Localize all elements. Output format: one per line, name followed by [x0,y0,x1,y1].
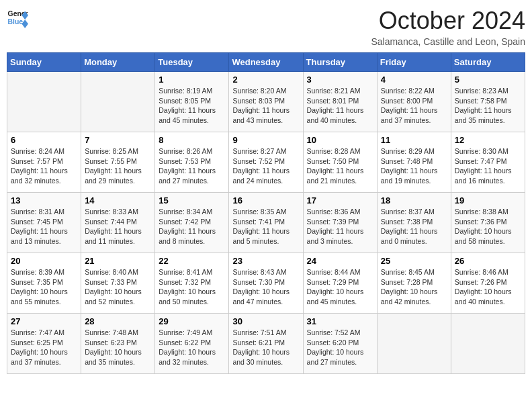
calendar-cell: 25Sunrise: 8:45 AMSunset: 7:28 PMDayligh… [377,253,451,314]
calendar-cell [81,72,155,132]
calendar-cell: 28Sunrise: 7:48 AMSunset: 6:23 PMDayligh… [81,314,155,374]
day-info: Sunrise: 8:36 AMSunset: 7:39 PMDaylight:… [307,207,373,246]
calendar-cell: 7Sunrise: 8:25 AMSunset: 7:55 PMDaylight… [81,132,155,193]
day-number: 7 [85,135,151,145]
day-info: Sunrise: 7:51 AMSunset: 6:21 PMDaylight:… [232,328,299,367]
weekday-header-monday: Monday [81,53,155,72]
day-info: Sunrise: 8:33 AMSunset: 7:44 PMDaylight:… [85,207,151,246]
calendar-week-1: 1Sunrise: 8:19 AMSunset: 8:05 PMDaylight… [7,72,525,132]
calendar-cell: 11Sunrise: 8:29 AMSunset: 7:48 PMDayligh… [377,132,451,193]
logo-icon: General Blue [7,7,28,28]
day-info: Sunrise: 8:38 AMSunset: 7:36 PMDaylight:… [455,207,521,246]
calendar-cell: 12Sunrise: 8:30 AMSunset: 7:47 PMDayligh… [451,132,525,193]
day-number: 15 [159,195,225,205]
calendar-cell: 14Sunrise: 8:33 AMSunset: 7:44 PMDayligh… [81,193,155,253]
day-number: 26 [455,256,521,266]
day-info: Sunrise: 8:40 AMSunset: 7:33 PMDaylight:… [85,267,151,307]
day-info: Sunrise: 7:47 AMSunset: 6:25 PMDaylight:… [11,328,77,367]
calendar-cell: 20Sunrise: 8:39 AMSunset: 7:35 PMDayligh… [7,253,81,314]
day-number: 2 [232,75,299,85]
day-number: 9 [232,135,299,145]
calendar-cell: 1Sunrise: 8:19 AMSunset: 8:05 PMDaylight… [155,72,229,132]
calendar-cell [377,314,451,374]
calendar-cell: 9Sunrise: 8:27 AMSunset: 7:52 PMDaylight… [229,132,303,193]
svg-text:Blue: Blue [8,18,24,26]
weekday-header-sunday: Sunday [7,53,81,72]
day-number: 17 [307,195,373,205]
day-number: 27 [11,316,77,326]
day-number: 11 [381,135,447,145]
calendar-cell: 5Sunrise: 8:23 AMSunset: 7:58 PMDaylight… [451,72,525,132]
day-number: 3 [307,75,373,85]
day-info: Sunrise: 8:26 AMSunset: 7:53 PMDaylight:… [159,146,225,186]
day-info: Sunrise: 8:19 AMSunset: 8:05 PMDaylight:… [159,86,225,126]
day-number: 25 [381,256,447,266]
calendar-cell: 10Sunrise: 8:28 AMSunset: 7:50 PMDayligh… [303,132,377,193]
weekday-header-saturday: Saturday [451,53,525,72]
calendar-cell: 22Sunrise: 8:41 AMSunset: 7:32 PMDayligh… [155,253,229,314]
day-number: 28 [85,316,151,326]
calendar-cell: 15Sunrise: 8:34 AMSunset: 7:42 PMDayligh… [155,193,229,253]
day-info: Sunrise: 8:28 AMSunset: 7:50 PMDaylight:… [307,146,373,186]
day-info: Sunrise: 8:22 AMSunset: 8:00 PMDaylight:… [381,86,447,126]
calendar-cell: 30Sunrise: 7:51 AMSunset: 6:21 PMDayligh… [229,314,303,374]
day-info: Sunrise: 8:25 AMSunset: 7:55 PMDaylight:… [85,146,151,186]
page-header: General Blue October 2024 Salamanca, Cas… [7,7,525,47]
calendar-cell: 2Sunrise: 8:20 AMSunset: 8:03 PMDaylight… [229,72,303,132]
day-number: 29 [159,316,225,326]
day-info: Sunrise: 8:30 AMSunset: 7:47 PMDaylight:… [455,146,521,186]
calendar-cell: 31Sunrise: 7:52 AMSunset: 6:20 PMDayligh… [303,314,377,374]
day-info: Sunrise: 8:24 AMSunset: 7:57 PMDaylight:… [11,146,77,186]
day-number: 21 [85,256,151,266]
day-number: 5 [455,75,521,85]
calendar-cell: 6Sunrise: 8:24 AMSunset: 7:57 PMDaylight… [7,132,81,193]
calendar-cell: 4Sunrise: 8:22 AMSunset: 8:00 PMDaylight… [377,72,451,132]
day-info: Sunrise: 8:45 AMSunset: 7:28 PMDaylight:… [381,267,447,307]
calendar-cell: 3Sunrise: 8:21 AMSunset: 8:01 PMDaylight… [303,72,377,132]
day-number: 4 [381,75,447,85]
day-number: 8 [159,135,225,145]
day-number: 23 [232,256,299,266]
calendar-week-2: 6Sunrise: 8:24 AMSunset: 7:57 PMDaylight… [7,132,525,193]
calendar-cell: 19Sunrise: 8:38 AMSunset: 7:36 PMDayligh… [451,193,525,253]
day-info: Sunrise: 8:29 AMSunset: 7:48 PMDaylight:… [381,146,447,186]
title-block: October 2024 Salamanca, Castille and Leo… [371,7,525,47]
day-number: 14 [85,195,151,205]
day-number: 19 [455,195,521,205]
day-info: Sunrise: 8:21 AMSunset: 8:01 PMDaylight:… [307,86,373,126]
day-number: 1 [159,75,225,85]
weekday-header-tuesday: Tuesday [155,53,229,72]
calendar-cell: 8Sunrise: 8:26 AMSunset: 7:53 PMDaylight… [155,132,229,193]
weekday-header-wednesday: Wednesday [229,53,303,72]
calendar-cell: 27Sunrise: 7:47 AMSunset: 6:25 PMDayligh… [7,314,81,374]
calendar-cell: 26Sunrise: 8:46 AMSunset: 7:26 PMDayligh… [451,253,525,314]
calendar-cell: 29Sunrise: 7:49 AMSunset: 6:22 PMDayligh… [155,314,229,374]
calendar-cell: 23Sunrise: 8:43 AMSunset: 7:30 PMDayligh… [229,253,303,314]
weekday-header-thursday: Thursday [303,53,377,72]
day-info: Sunrise: 7:49 AMSunset: 6:22 PMDaylight:… [159,328,225,367]
calendar-cell: 13Sunrise: 8:31 AMSunset: 7:45 PMDayligh… [7,193,81,253]
day-number: 13 [11,195,77,205]
day-info: Sunrise: 8:31 AMSunset: 7:45 PMDaylight:… [11,207,77,246]
calendar-week-3: 13Sunrise: 8:31 AMSunset: 7:45 PMDayligh… [7,193,525,253]
calendar-table: SundayMondayTuesdayWednesdayThursdayFrid… [7,52,525,374]
calendar-cell [451,314,525,374]
day-info: Sunrise: 8:44 AMSunset: 7:29 PMDaylight:… [307,267,373,307]
logo: General Blue [7,7,28,28]
day-number: 31 [307,316,373,326]
day-info: Sunrise: 8:27 AMSunset: 7:52 PMDaylight:… [232,146,299,186]
day-info: Sunrise: 8:37 AMSunset: 7:38 PMDaylight:… [381,207,447,246]
day-info: Sunrise: 8:20 AMSunset: 8:03 PMDaylight:… [232,86,299,126]
calendar-cell [7,72,81,132]
day-info: Sunrise: 8:39 AMSunset: 7:35 PMDaylight:… [11,267,77,307]
calendar-cell: 21Sunrise: 8:40 AMSunset: 7:33 PMDayligh… [81,253,155,314]
day-number: 20 [11,256,77,266]
day-number: 22 [159,256,225,266]
day-info: Sunrise: 8:23 AMSunset: 7:58 PMDaylight:… [455,86,521,126]
day-number: 10 [307,135,373,145]
day-info: Sunrise: 8:34 AMSunset: 7:42 PMDaylight:… [159,207,225,246]
calendar-week-4: 20Sunrise: 8:39 AMSunset: 7:35 PMDayligh… [7,253,525,314]
calendar-week-5: 27Sunrise: 7:47 AMSunset: 6:25 PMDayligh… [7,314,525,374]
day-number: 16 [232,195,299,205]
month-title: October 2024 [371,7,525,35]
